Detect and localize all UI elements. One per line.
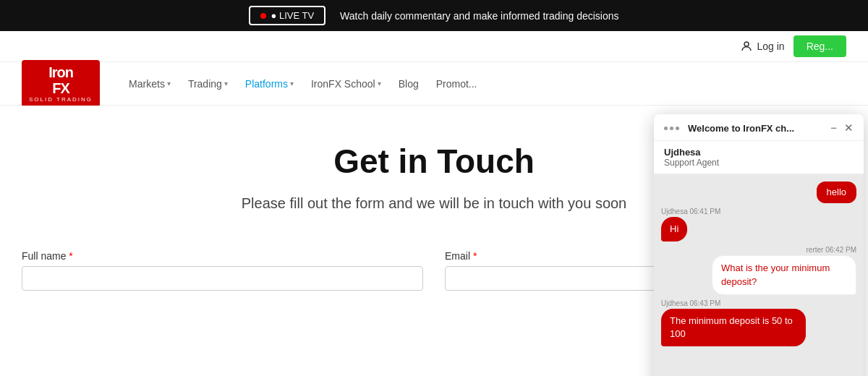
required-marker: * <box>473 250 477 262</box>
logo-iron: Iron <box>48 64 73 80</box>
hello-bubble: hello <box>817 181 856 203</box>
chat-header-title: Welcome to IronFX ch... <box>688 123 825 134</box>
live-dot-icon <box>260 13 266 19</box>
top-nav: Log in Reg... <box>0 31 868 62</box>
logo-tagline: SOLID TRADING <box>29 97 93 103</box>
nav-item-platforms[interactable]: Platforms ▾ <box>238 72 301 95</box>
main-content: Get in Touch Please fill out the form an… <box>0 106 868 291</box>
announcement-message: Watch daily commentary and make informed… <box>340 10 618 22</box>
register-button[interactable]: Reg... <box>793 35 846 57</box>
chat-dots <box>664 127 679 130</box>
message-row: Ujdhesa 06:41 PM Hi <box>661 208 856 242</box>
chat-agent-role: Support Agent <box>664 158 854 168</box>
message-hello-row: hello <box>661 181 856 203</box>
chevron-down-icon: ▾ <box>378 80 381 87</box>
message-bubble-agent: Hi <box>661 217 687 242</box>
live-tv-label: ● LIVE TV <box>271 10 314 21</box>
svg-point-0 <box>744 42 749 46</box>
login-label: Log in <box>757 40 784 52</box>
message-bubble-user: What is the your minimum deposit? <box>712 255 856 294</box>
message-row: rerter 06:42 PM What is the your minimum… <box>661 246 856 294</box>
chat-widget: Welcome to IronFX ch... − ✕ Ujdhesa Supp… <box>654 114 864 376</box>
chat-agent-name: Ujdhesa <box>664 147 854 158</box>
nav-item-markets[interactable]: Markets ▾ <box>122 72 178 95</box>
close-icon[interactable]: ✕ <box>844 121 854 134</box>
chat-header: Welcome to IronFX ch... − ✕ <box>654 114 864 141</box>
message-bubble-agent: The minimum deposit is 50 to 100 <box>661 309 806 346</box>
message-time: Ujdhesa 06:43 PM <box>661 299 720 307</box>
logo-fx: FX <box>52 80 69 96</box>
logo[interactable]: Iron FX SOLID TRADING <box>22 60 100 108</box>
logo-box: Iron FX SOLID TRADING <box>22 60 100 108</box>
nav-item-blog[interactable]: Blog <box>391 72 426 95</box>
nav-item-ironfx-school[interactable]: IronFX School ▾ <box>304 72 388 95</box>
nav-item-trading[interactable]: Trading ▾ <box>181 72 235 95</box>
live-tv-button[interactable]: ● LIVE TV <box>249 6 326 25</box>
message-time: rerter 06:42 PM <box>807 246 856 254</box>
login-button[interactable]: Log in <box>740 40 784 53</box>
full-name-input[interactable] <box>22 266 423 291</box>
announcement-bar: ● LIVE TV Watch daily commentary and mak… <box>0 0 868 31</box>
message-row: Ujdhesa 06:43 PM The minimum deposit is … <box>661 299 856 346</box>
chevron-down-icon: ▾ <box>290 80 294 87</box>
nav-items: Markets ▾ Trading ▾ Platforms ▾ IronFX S… <box>122 72 846 95</box>
chat-header-actions: − ✕ <box>830 121 854 134</box>
chevron-down-icon: ▾ <box>167 80 171 87</box>
full-name-label: Full name * <box>22 250 423 262</box>
nav-item-promotions[interactable]: Promot... <box>429 72 485 95</box>
message-time: Ujdhesa 06:41 PM <box>661 208 720 215</box>
chevron-down-icon: ▾ <box>224 80 228 87</box>
full-name-field-group: Full name * <box>22 250 423 291</box>
chat-agent-info: Ujdhesa Support Agent <box>654 141 864 174</box>
chat-messages: hello Ujdhesa 06:41 PM Hi rerter 06:42 P… <box>654 174 864 376</box>
required-marker: * <box>69 250 72 262</box>
minimize-button[interactable]: − <box>830 121 837 134</box>
user-icon <box>740 40 753 53</box>
main-nav: Iron FX SOLID TRADING Markets ▾ Trading … <box>0 62 868 106</box>
